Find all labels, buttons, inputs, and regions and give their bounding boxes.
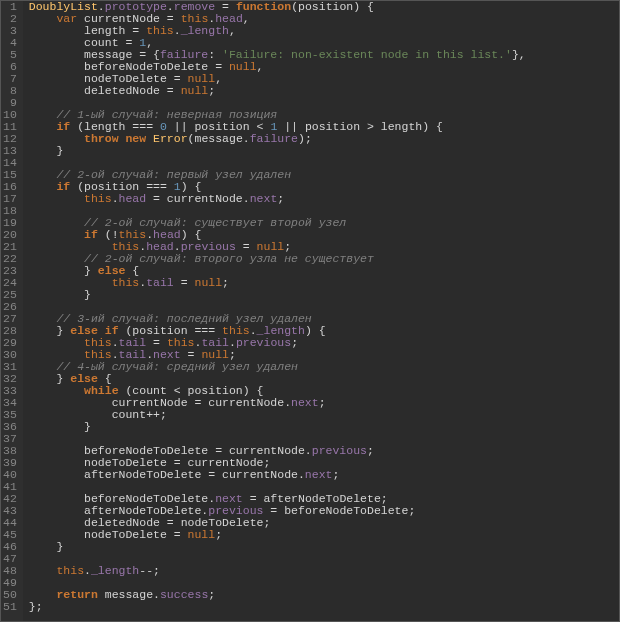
token-p: _length bbox=[181, 24, 229, 37]
token-w: message. bbox=[98, 588, 160, 601]
token-nul: null bbox=[188, 528, 216, 541]
token-w: ; bbox=[277, 192, 284, 205]
token-s: 'Failure: non-existent node in this list… bbox=[222, 48, 512, 61]
code-line[interactable]: // 4-ый случай: средний узел удален bbox=[29, 361, 619, 373]
token-w: = beforeNodeToDelete; bbox=[263, 504, 415, 517]
token-w: ); bbox=[298, 132, 312, 145]
code-line[interactable]: } bbox=[29, 541, 619, 553]
code-line[interactable]: this.head = currentNode.next; bbox=[29, 193, 619, 205]
token-p: success bbox=[160, 588, 208, 601]
code-line[interactable]: } bbox=[29, 289, 619, 301]
code-line[interactable]: deletedNode = null; bbox=[29, 85, 619, 97]
token-k: return bbox=[56, 588, 97, 601]
token-w: ; bbox=[367, 444, 374, 457]
token-nul: null bbox=[194, 276, 222, 289]
token-p: tail bbox=[146, 276, 174, 289]
token-nul: null bbox=[181, 84, 209, 97]
token-w: ; bbox=[208, 84, 215, 97]
token-t: this bbox=[84, 192, 112, 205]
token-p: _length bbox=[91, 564, 139, 577]
code-line[interactable]: afterNodeToDelete = currentNode.next; bbox=[29, 469, 619, 481]
token-w: ; bbox=[332, 468, 339, 481]
token-w: . bbox=[174, 24, 181, 37]
code-editor[interactable]: 1234567891011121314151617181920212223242… bbox=[0, 0, 620, 622]
token-w: (position) { bbox=[291, 1, 374, 13]
token-w: = currentNode. bbox=[146, 192, 250, 205]
token-p: next bbox=[305, 468, 333, 481]
token-t: this bbox=[56, 564, 84, 577]
token-p: previous bbox=[312, 444, 367, 457]
token-w: , bbox=[243, 12, 250, 25]
token-w: ) { bbox=[305, 324, 326, 337]
token-w: . bbox=[112, 192, 119, 205]
token-w: ; bbox=[319, 396, 326, 409]
token-nul: null bbox=[229, 60, 257, 73]
token-w: ; bbox=[222, 276, 229, 289]
code-line[interactable]: } bbox=[29, 421, 619, 433]
token-p: next bbox=[250, 192, 278, 205]
token-w: ; bbox=[291, 336, 298, 349]
code-line[interactable]: } bbox=[29, 145, 619, 157]
code-line[interactable]: nodeToDelete = null; bbox=[29, 529, 619, 541]
token-w: }, bbox=[512, 48, 526, 61]
line-number-gutter: 1234567891011121314151617181920212223242… bbox=[1, 1, 23, 621]
token-p: failure bbox=[250, 132, 298, 145]
token-w: , bbox=[229, 24, 236, 37]
code-line[interactable]: this._length--; bbox=[29, 565, 619, 577]
token-p: next bbox=[291, 396, 319, 409]
token-t: this bbox=[112, 276, 140, 289]
token-w: , bbox=[257, 60, 264, 73]
token-w: afterNodeToDelete = currentNode. bbox=[29, 468, 305, 481]
token-p: previous bbox=[236, 336, 291, 349]
token-err: Error bbox=[153, 132, 188, 145]
code-content[interactable]: DoublyList.prototype.remove = function(p… bbox=[23, 1, 619, 621]
token-w: } bbox=[29, 288, 91, 301]
code-line[interactable]: }; bbox=[29, 601, 619, 613]
code-line[interactable]: throw new Error(message.failure); bbox=[29, 133, 619, 145]
token-w bbox=[29, 192, 84, 205]
token-w: ; bbox=[215, 528, 222, 541]
token-w: } bbox=[29, 420, 91, 433]
token-w: --; bbox=[139, 564, 160, 577]
code-line[interactable]: count++; bbox=[29, 409, 619, 421]
token-p: head bbox=[119, 192, 147, 205]
code-line[interactable]: this.tail = null; bbox=[29, 277, 619, 289]
code-line[interactable]: return message.success; bbox=[29, 589, 619, 601]
token-w: = bbox=[174, 276, 195, 289]
token-w: ; bbox=[208, 588, 215, 601]
token-w: . bbox=[84, 564, 91, 577]
token-w: }; bbox=[29, 600, 43, 613]
token-w: , bbox=[215, 72, 222, 85]
token-w: deletedNode = bbox=[29, 84, 181, 97]
line-number: 51 bbox=[3, 601, 17, 613]
token-w: (message. bbox=[188, 132, 250, 145]
token-k: throw new bbox=[84, 132, 146, 145]
